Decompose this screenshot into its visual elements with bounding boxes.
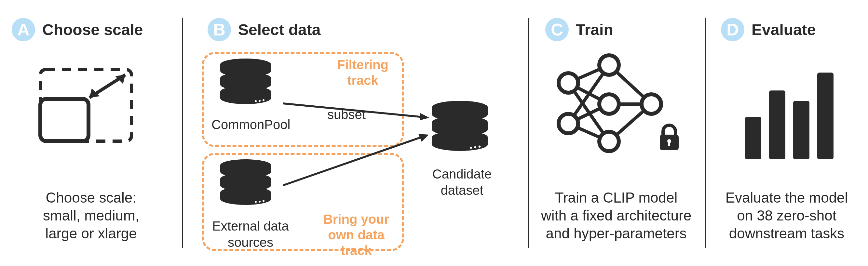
database-icon-candidate xyxy=(429,101,491,159)
svg-point-16 xyxy=(478,146,481,148)
svg-rect-38 xyxy=(668,142,670,146)
svg-point-18 xyxy=(470,147,472,149)
step-letter-c: C xyxy=(551,20,563,39)
arrow-byod xyxy=(280,127,436,195)
bar xyxy=(745,117,761,160)
svg-point-17 xyxy=(474,146,476,148)
neural-network-icon xyxy=(551,55,684,166)
step-badge-c: C xyxy=(545,18,569,41)
svg-point-10 xyxy=(259,201,260,203)
caption-c: Train a CLIP model with a fixed architec… xyxy=(535,189,698,242)
svg-marker-13 xyxy=(420,113,429,120)
svg-point-9 xyxy=(262,200,265,202)
bar xyxy=(793,101,809,159)
svg-point-32 xyxy=(599,55,619,75)
svg-point-34 xyxy=(599,132,619,151)
diagram-canvas: A Choose scale Choose scale: small, medi… xyxy=(0,0,868,266)
step-title-c: Train xyxy=(576,21,613,39)
filtering-track-label: Filtering track xyxy=(327,57,399,88)
step-badge-a: A xyxy=(12,18,35,41)
byod-track-label: Bring your own data track xyxy=(312,211,400,258)
step-title-b: Select data xyxy=(238,21,320,39)
external-label: External data sources xyxy=(205,218,296,251)
lock-icon xyxy=(658,124,658,124)
panel-choose-scale: A Choose scale Choose scale: small, medi… xyxy=(0,6,182,260)
step-letter-a: A xyxy=(17,20,30,39)
svg-point-31 xyxy=(559,114,578,133)
step-title-a: Choose scale xyxy=(42,21,143,39)
panel-select-data: B Select data Filtering track Bring your… xyxy=(182,6,528,260)
panel-train: C Train xyxy=(528,6,705,260)
svg-point-7 xyxy=(259,100,260,102)
step-title-d: Evaluate xyxy=(751,21,816,39)
bar xyxy=(817,72,834,159)
bar xyxy=(769,90,785,159)
step-badge-d: D xyxy=(721,18,744,41)
caption-a: Choose scale: small, medium, large or xl… xyxy=(26,189,156,242)
svg-point-11 xyxy=(255,201,257,203)
panel-evaluate: D Evaluate Evaluate the model on 38 zero… xyxy=(705,6,868,260)
candidate-label: Candidate dataset xyxy=(425,166,499,198)
svg-point-35 xyxy=(642,94,661,114)
bar-chart-icon xyxy=(737,62,841,159)
svg-point-6 xyxy=(262,99,265,101)
database-icon-commonpool xyxy=(218,59,273,112)
svg-rect-1 xyxy=(40,99,89,141)
caption-d: Evaluate the model on 38 zero-shot downs… xyxy=(715,189,858,242)
svg-line-14 xyxy=(283,137,423,185)
subset-label: subset xyxy=(322,106,371,123)
scale-icon xyxy=(36,65,140,156)
step-badge-b: B xyxy=(208,18,231,41)
svg-point-30 xyxy=(559,73,578,93)
svg-point-33 xyxy=(599,94,619,114)
database-icon-external xyxy=(218,159,273,213)
svg-point-8 xyxy=(255,100,257,102)
step-letter-b: B xyxy=(213,20,225,39)
step-letter-d: D xyxy=(726,20,739,39)
